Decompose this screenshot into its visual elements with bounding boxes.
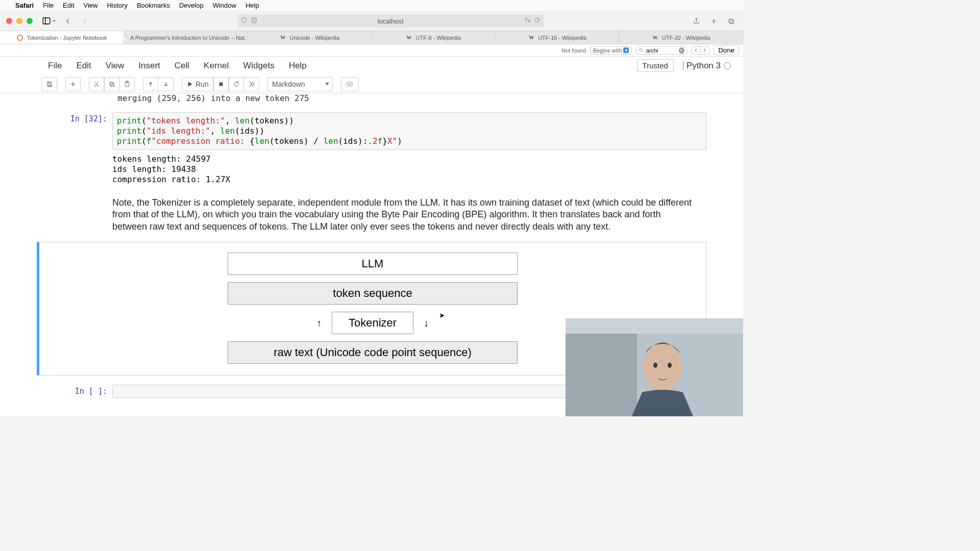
trusted-badge[interactable]: Trusted: [637, 59, 674, 72]
diagram-tokenizer-box: Tokenizer: [332, 312, 413, 334]
svg-rect-25: [566, 318, 743, 334]
tabs-overview-icon[interactable]: [725, 15, 737, 27]
menu-history[interactable]: History: [107, 2, 127, 9]
diagram-llm-box: LLM: [228, 253, 518, 275]
privacy-icon[interactable]: [240, 17, 248, 26]
svg-rect-19: [349, 83, 349, 84]
wikipedia-favicon: W: [279, 34, 286, 41]
menu-bookmarks[interactable]: Bookmarks: [137, 2, 170, 9]
menu-window[interactable]: Window: [213, 2, 236, 9]
down-arrow-icon: ↓: [424, 317, 429, 329]
tab-strip: Tokenization - Jupyter Notebook 📄A Progr…: [0, 31, 743, 44]
svg-point-11: [97, 85, 99, 87]
command-palette-button[interactable]: [341, 77, 358, 91]
run-button[interactable]: Run: [182, 77, 213, 91]
jmenu-file[interactable]: File: [48, 61, 62, 71]
svg-rect-22: [348, 84, 351, 85]
reload-icon[interactable]: [534, 17, 541, 25]
svg-point-26: [643, 342, 682, 391]
macos-menubar: Safari File Edit View History Bookmarks …: [0, 0, 743, 11]
markdown-cell[interactable]: Note, the Tokenizer is a completely sepa…: [112, 197, 706, 233]
jupyter-favicon: [16, 34, 23, 41]
search-icon: [639, 47, 644, 53]
kernel-name[interactable]: Python 3: [687, 61, 721, 71]
add-cell-button[interactable]: [65, 77, 81, 91]
find-status: Not found: [561, 47, 586, 54]
svg-rect-16: [219, 82, 223, 86]
svg-rect-12: [110, 82, 113, 85]
code-cell[interactable]: In [32]: print("tokens length:", len(tok…: [37, 112, 706, 185]
svg-rect-21: [351, 83, 352, 84]
minimize-window-button[interactable]: [16, 18, 22, 24]
svg-rect-18: [348, 83, 348, 84]
browser-chrome: localhost Tokenization - Jupyter Noteboo…: [0, 11, 743, 44]
jmenu-cell[interactable]: Cell: [175, 61, 189, 71]
cell-output: tokens length: 24597 ids length: 19438 c…: [112, 150, 706, 185]
cell-type-select[interactable]: Markdown: [267, 77, 333, 91]
find-nav: [691, 46, 709, 55]
nav-back-button[interactable]: [61, 15, 74, 27]
address-bar[interactable]: localhost: [237, 14, 544, 28]
maximize-window-button[interactable]: [27, 18, 33, 24]
move-up-button[interactable]: [143, 77, 158, 91]
tab-utf32-wiki[interactable]: WUTF-32 - Wikipedia: [619, 31, 743, 44]
jmenu-insert[interactable]: Insert: [138, 61, 160, 71]
find-done-button[interactable]: Done: [714, 45, 739, 55]
share-icon[interactable]: [690, 15, 702, 27]
clear-find-button[interactable]: ✕: [679, 47, 684, 54]
nav-forward-button: [79, 15, 91, 27]
new-tab-icon[interactable]: [707, 15, 720, 27]
svg-line-9: [642, 51, 643, 52]
svg-point-8: [640, 48, 642, 51]
jmenu-widgets[interactable]: Widgets: [243, 61, 274, 71]
close-window-button[interactable]: [6, 18, 12, 24]
restart-run-all-button[interactable]: [244, 77, 259, 91]
jmenu-edit[interactable]: Edit: [76, 61, 91, 71]
tab-unicode-article[interactable]: 📄A Programmer's Introduction to Unicode …: [124, 31, 248, 44]
up-arrow-icon: ↑: [316, 317, 322, 329]
menu-edit[interactable]: Edit: [63, 2, 74, 9]
cell-prompt: In [32]:: [37, 112, 112, 185]
find-input-wrap: ✕: [636, 46, 687, 55]
app-name[interactable]: Safari: [15, 2, 34, 9]
wikipedia-favicon: W: [652, 34, 659, 41]
tab-unicode-wiki[interactable]: WUnicode - Wikipedia: [248, 31, 372, 44]
jmenu-kernel[interactable]: Kernel: [204, 61, 229, 71]
page-favicon: 📄: [124, 34, 127, 41]
find-mode-select[interactable]: Begins with▾: [590, 46, 632, 55]
copy-button[interactable]: [104, 77, 119, 91]
tokenizer-diagram: LLM token sequence ↑ Tokenizer ↓ raw tex…: [228, 253, 518, 364]
find-bar: Not found Begins with▾ ✕ Done: [0, 44, 743, 57]
svg-rect-0: [43, 18, 50, 24]
cut-button[interactable]: [89, 77, 104, 91]
svg-rect-6: [729, 19, 733, 23]
jmenu-view[interactable]: View: [106, 61, 125, 71]
save-button[interactable]: [42, 77, 57, 91]
code-input[interactable]: print("tokens length:", len(tokens)) pri…: [112, 112, 706, 150]
restart-button[interactable]: [229, 77, 244, 91]
svg-rect-13: [111, 83, 114, 86]
reader-icon[interactable]: [251, 17, 258, 26]
menu-help[interactable]: Help: [246, 2, 259, 9]
interrupt-button[interactable]: [213, 77, 229, 91]
prev-output-line: merging (259, 256) into a new token 275: [37, 93, 706, 103]
svg-rect-17: [347, 82, 353, 86]
svg-point-10: [94, 85, 96, 87]
diagram-tokenseq-box: token sequence: [228, 282, 518, 305]
move-down-button[interactable]: [158, 77, 174, 91]
jupyter-menubar: File Edit View Insert Cell Kernel Widget…: [0, 57, 743, 75]
menu-develop[interactable]: Develop: [179, 2, 204, 9]
menu-file[interactable]: File: [43, 2, 54, 9]
find-input[interactable]: [646, 47, 677, 54]
find-next-button[interactable]: [700, 46, 709, 55]
menu-view[interactable]: View: [84, 2, 98, 9]
jmenu-help[interactable]: Help: [289, 61, 307, 71]
tab-utf8-wiki[interactable]: WUTF-8 - Wikipedia: [372, 31, 496, 44]
translate-icon[interactable]: [524, 17, 531, 25]
find-prev-button[interactable]: [691, 46, 700, 55]
sidebar-toggle-button[interactable]: [42, 16, 56, 26]
tab-jupyter[interactable]: Tokenization - Jupyter Notebook: [0, 31, 124, 44]
svg-point-28: [668, 363, 672, 368]
paste-button[interactable]: [119, 77, 135, 91]
tab-utf16-wiki[interactable]: WUTF-16 - Wikipedia: [496, 31, 620, 44]
